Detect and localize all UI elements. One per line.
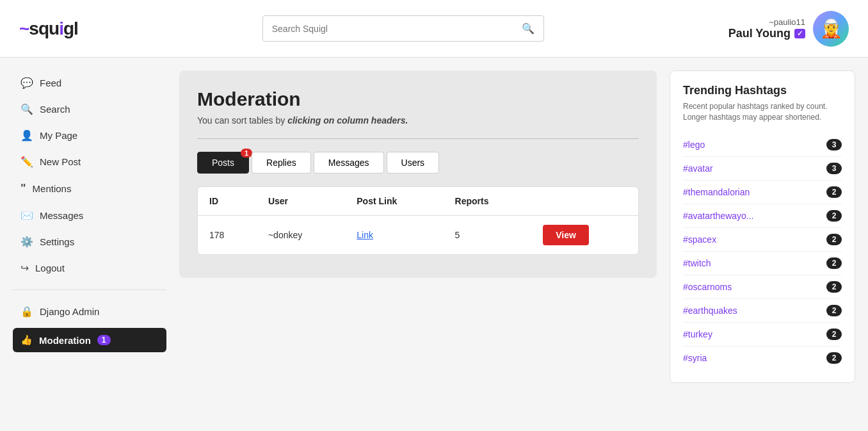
- hashtag-list: #lego 3 #avatar 3 #themandalorian 2 #ava…: [683, 133, 842, 370]
- col-header-id[interactable]: ID: [198, 187, 257, 216]
- verified-badge: ✓: [794, 29, 805, 38]
- thumbs-up-icon: 👍: [20, 334, 33, 346]
- hashtag-name: #avatar: [683, 163, 713, 174]
- list-item[interactable]: #themandalorian 2: [683, 181, 842, 204]
- hashtag-count: 2: [826, 257, 842, 269]
- list-item[interactable]: #syria 2: [683, 346, 842, 370]
- sidebar-item-logout[interactable]: ↪ Logout: [13, 256, 166, 281]
- hashtag-count: 2: [826, 281, 842, 293]
- gear-icon: ⚙️: [20, 236, 33, 248]
- hashtag-count: 2: [826, 186, 842, 198]
- hashtag-name: #lego: [683, 140, 705, 150]
- mail-icon: ✉️: [20, 209, 33, 222]
- col-header-action: [531, 187, 638, 216]
- list-item[interactable]: #earthquakes 2: [683, 299, 842, 323]
- list-item[interactable]: #spacex 2: [683, 228, 842, 252]
- list-item[interactable]: #twitch 2: [683, 252, 842, 275]
- page-title: Moderation: [197, 88, 639, 110]
- sidebar-item-search[interactable]: 🔍 Search: [13, 97, 166, 122]
- user-info: ~paulio11 Paul Young ✓ 🧝: [728, 11, 849, 47]
- tab-posts-badge: 1: [241, 149, 252, 158]
- search-icon: 🔍: [522, 23, 534, 34]
- hashtag-name: #turkey: [683, 329, 712, 339]
- hashtag-name: #syria: [683, 353, 707, 363]
- logout-icon: ↪: [20, 262, 29, 274]
- trending-title: Trending Hashtags: [683, 84, 842, 97]
- row-post-link: Link: [345, 216, 443, 255]
- user-text: ~paulio11 Paul Young ✓: [728, 17, 805, 40]
- post-link[interactable]: Link: [357, 230, 373, 240]
- row-action: View: [531, 216, 638, 255]
- trending-card: Trending Hashtags Recent popular hashtag…: [670, 70, 855, 383]
- hashtag-name: #spacex: [683, 234, 716, 245]
- search-button[interactable]: 🔍: [513, 16, 543, 41]
- main-content: Moderation You can sort tables by clicki…: [179, 70, 657, 383]
- hashtag-name: #avatarthewayo...: [683, 211, 754, 221]
- search-input[interactable]: [263, 17, 513, 40]
- view-button[interactable]: View: [543, 225, 589, 245]
- sidebar-item-label: My Page: [40, 130, 77, 141]
- row-user: ~donkey: [257, 216, 345, 255]
- sidebar-item-feed[interactable]: 💬 Feed: [13, 70, 166, 95]
- sidebar-item-my-page[interactable]: 👤 My Page: [13, 123, 166, 148]
- search-icon: 🔍: [20, 103, 33, 115]
- col-header-user[interactable]: User: [257, 187, 345, 216]
- sidebar-item-django-admin[interactable]: 🔒 Django Admin: [13, 299, 166, 324]
- list-item[interactable]: #lego 3: [683, 133, 842, 157]
- sidebar-item-mentions[interactable]: " Mentions: [13, 175, 166, 202]
- user-name: Paul Young ✓: [728, 27, 805, 40]
- edit-icon: ✏️: [20, 156, 33, 168]
- moderation-table: ID User Post Link Reports 178 ~donkey: [197, 186, 639, 255]
- sidebar-item-label: New Post: [40, 156, 81, 167]
- table-row: 178 ~donkey Link 5 View: [198, 216, 638, 255]
- sidebar-item-settings[interactable]: ⚙️ Settings: [13, 229, 166, 254]
- moderation-badge: 1: [97, 335, 111, 345]
- tabs: Posts 1 Replies Messages Users: [197, 152, 639, 174]
- list-item[interactable]: #avatar 3: [683, 157, 842, 181]
- mentions-icon: ": [20, 182, 26, 195]
- hashtag-count: 2: [826, 234, 842, 245]
- hashtag-name: #twitch: [683, 258, 711, 268]
- sidebar-nav: 💬 Feed 🔍 Search 👤 My Page ✏️ New Post " …: [13, 70, 166, 281]
- lock-icon: 🔒: [20, 305, 33, 318]
- person-icon: 👤: [20, 129, 33, 142]
- hashtag-count: 2: [826, 305, 842, 316]
- sidebar-item-moderation[interactable]: 👍 Moderation 1: [13, 328, 166, 352]
- header: ~squigl 🔍 ~paulio11 Paul Young ✓ 🧝: [0, 0, 868, 58]
- sidebar-divider: [13, 289, 166, 290]
- tab-posts[interactable]: Posts 1: [197, 152, 249, 174]
- hashtag-count: 3: [826, 139, 842, 150]
- django-admin-label: Django Admin: [40, 306, 99, 317]
- hashtag-count: 2: [826, 329, 842, 340]
- sidebar-item-label: Mentions: [33, 183, 72, 194]
- sidebar: 💬 Feed 🔍 Search 👤 My Page ✏️ New Post " …: [13, 70, 166, 383]
- sidebar-item-messages[interactable]: ✉️ Messages: [13, 203, 166, 228]
- list-item[interactable]: #avatarthewayo... 2: [683, 204, 842, 228]
- hashtag-count: 2: [826, 210, 842, 222]
- avatar[interactable]: 🧝: [813, 11, 849, 47]
- hashtag-name: #oscarnoms: [683, 282, 732, 292]
- tab-messages[interactable]: Messages: [314, 152, 384, 174]
- sidebar-item-label: Feed: [40, 77, 61, 88]
- list-item[interactable]: #turkey 2: [683, 323, 842, 346]
- row-reports: 5: [444, 216, 532, 255]
- moderation-label: Moderation: [39, 335, 91, 346]
- col-header-post-link[interactable]: Post Link: [345, 187, 443, 216]
- hashtag-name: #earthquakes: [683, 305, 737, 316]
- sidebar-item-new-post[interactable]: ✏️ New Post: [13, 149, 166, 174]
- col-header-reports[interactable]: Reports: [444, 187, 532, 216]
- trending-subtitle: Recent popular hashtags ranked by count.…: [683, 101, 842, 123]
- sidebar-item-label: Logout: [35, 263, 65, 273]
- search-bar: 🔍: [262, 15, 544, 42]
- row-id: 178: [198, 216, 257, 255]
- list-item[interactable]: #oscarnoms 2: [683, 275, 842, 299]
- tab-users[interactable]: Users: [387, 152, 440, 174]
- tab-replies[interactable]: Replies: [252, 152, 311, 174]
- moderation-subtitle: You can sort tables by clicking on colum…: [197, 115, 639, 126]
- hashtag-name: #themandalorian: [683, 187, 750, 197]
- logo[interactable]: ~squigl: [19, 19, 78, 39]
- feed-icon: 💬: [20, 77, 33, 89]
- sidebar-item-label: Search: [40, 104, 70, 115]
- user-handle: ~paulio11: [728, 17, 805, 27]
- right-sidebar: Trending Hashtags Recent popular hashtag…: [670, 70, 855, 383]
